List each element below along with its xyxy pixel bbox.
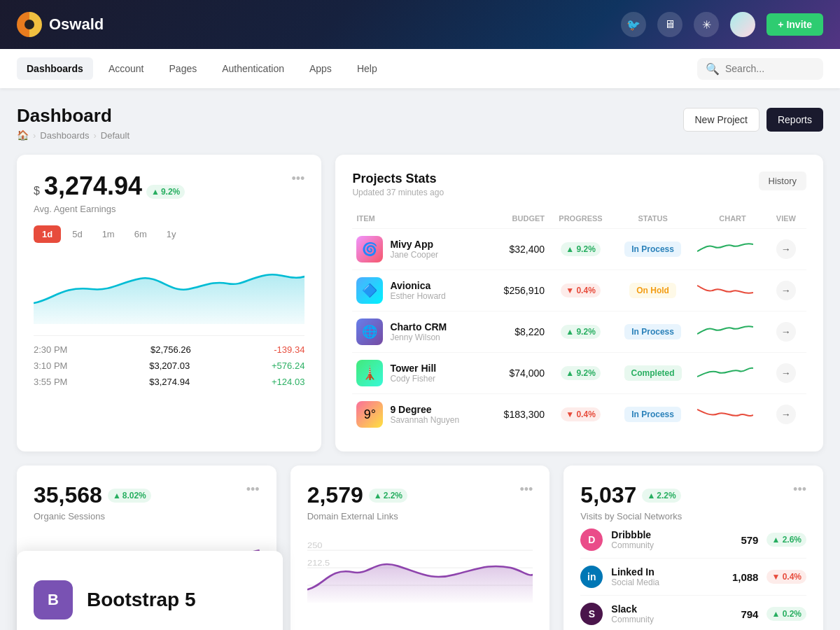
proj-progress: ▼ 0.4% bbox=[549, 270, 612, 312]
breadcrumb-home-icon: 🏠 bbox=[17, 130, 29, 141]
page-title-block: Dashboard 🏠 › Dashboards › Default bbox=[17, 105, 130, 141]
proj-budget: $256,910 bbox=[489, 270, 549, 312]
organic-header: 35,568 ▲ 8.02% Organic Sessions ••• bbox=[34, 482, 260, 522]
filter-1y[interactable]: 1y bbox=[158, 225, 185, 243]
filter-1d[interactable]: 1d bbox=[34, 225, 61, 243]
new-project-button[interactable]: New Project bbox=[683, 108, 760, 132]
proj-budget: $32,400 bbox=[489, 229, 549, 270]
projects-table: ITEM BUDGET PROGRESS STATUS CHART VIEW 🌀 bbox=[352, 209, 806, 435]
earnings-rows: 2:30 PM $2,756.26 -139.34 3:10 PM $3,207… bbox=[34, 335, 304, 387]
linkedin-info: Linked In Social Media bbox=[611, 566, 659, 587]
logo-icon bbox=[17, 12, 42, 37]
proj-item: 🔷 Avionica Esther Howard bbox=[352, 270, 488, 312]
reports-button[interactable]: Reports bbox=[766, 108, 823, 132]
col-status: STATUS bbox=[612, 209, 693, 229]
domain-header: 2,579 ▲ 2.2% Domain External Links ••• bbox=[307, 482, 533, 522]
proj-view[interactable]: → bbox=[772, 270, 806, 312]
page-title: Dashboard bbox=[17, 105, 130, 127]
topbar-icon-2[interactable]: 🖥 bbox=[657, 12, 682, 37]
proj-view[interactable]: → bbox=[772, 229, 806, 270]
organic-label: Organic Sessions bbox=[34, 511, 151, 522]
proj-icon: 🌀 bbox=[356, 236, 383, 262]
projects-updated: Updated 37 minutes ago bbox=[352, 188, 444, 197]
proj-view[interactable]: → bbox=[772, 312, 806, 353]
domain-card: 2,579 ▲ 2.2% Domain External Links ••• bbox=[290, 465, 550, 630]
social-more-button[interactable]: ••• bbox=[793, 482, 806, 497]
breadcrumb-dashboards[interactable]: Dashboards bbox=[40, 130, 89, 141]
organic-value-block: 35,568 ▲ 8.02% Organic Sessions bbox=[34, 482, 151, 522]
topbar-icon-3[interactable]: ✳ bbox=[694, 12, 719, 37]
proj-icon: 🔷 bbox=[356, 277, 383, 304]
proj-progress: ▲ 9.2% bbox=[549, 229, 612, 270]
projects-title-block: Projects Stats Updated 37 minutes ago bbox=[352, 172, 444, 197]
col-progress: PROGRESS bbox=[549, 209, 612, 229]
slack-info: Slack Community bbox=[611, 603, 654, 624]
earnings-row: 3:10 PM $3,207.03 +576.24 bbox=[34, 360, 304, 371]
earnings-badge: ▲ 9.2% bbox=[146, 185, 185, 199]
page-header: Dashboard 🏠 › Dashboards › Default New P… bbox=[17, 105, 823, 141]
proj-item: 🌐 Charto CRM Jenny Wilson bbox=[352, 312, 488, 353]
search-icon: 🔍 bbox=[706, 62, 720, 76]
proj-budget: $8,220 bbox=[489, 312, 549, 353]
proj-status: Completed bbox=[612, 353, 693, 394]
table-row: 🗼 Tower Hill Cody Fisher $74,000 ▲ 9.2% … bbox=[352, 353, 806, 394]
earnings-amount-block: $ 3,274.94 ▲ 9.2% Avg. Agent Earnings bbox=[34, 172, 185, 214]
linkedin-icon: in bbox=[580, 566, 603, 588]
topbar-icon-1[interactable]: 🐦 bbox=[621, 12, 646, 37]
earnings-header: $ 3,274.94 ▲ 9.2% Avg. Agent Earnings ••… bbox=[34, 172, 304, 214]
proj-view[interactable]: → bbox=[772, 394, 806, 435]
projects-header: Projects Stats Updated 37 minutes ago Hi… bbox=[352, 172, 806, 197]
slack-icon: S bbox=[580, 603, 603, 625]
invite-button[interactable]: + Invite bbox=[766, 13, 823, 36]
domain-label: Domain External Links bbox=[307, 511, 407, 522]
proj-item: 🌀 Mivy App Jane Cooper bbox=[352, 229, 488, 270]
proj-status: In Process bbox=[612, 394, 693, 435]
proj-icon: 9° bbox=[356, 401, 383, 428]
col-view: VIEW bbox=[772, 209, 806, 229]
currency-symbol: $ bbox=[34, 185, 40, 197]
filter-6m[interactable]: 6m bbox=[126, 225, 155, 243]
social-item-slack: S Slack Community 794 ▲ 0.2% bbox=[580, 596, 806, 630]
user-avatar[interactable] bbox=[730, 12, 755, 37]
page-content: Dashboard 🏠 › Dashboards › Default New P… bbox=[0, 88, 840, 630]
filter-5d[interactable]: 5d bbox=[64, 225, 90, 243]
nav-dashboards[interactable]: Dashboards bbox=[17, 57, 93, 80]
nav-account[interactable]: Account bbox=[99, 57, 154, 80]
breadcrumb-default: Default bbox=[101, 130, 130, 141]
logo-text: Oswald bbox=[49, 15, 104, 34]
table-row: 🌀 Mivy App Jane Cooper $32,400 ▲ 9.2% In… bbox=[352, 229, 806, 270]
proj-chart bbox=[693, 394, 772, 435]
social-item-dribbble: D Dribbble Community 579 ▲ 2.6% bbox=[580, 522, 806, 559]
organic-value: 35,568 bbox=[34, 482, 102, 508]
proj-status: In Process bbox=[612, 229, 693, 270]
earnings-label: Avg. Agent Earnings bbox=[34, 204, 185, 214]
domain-chart: 250 212.5 bbox=[307, 533, 533, 603]
proj-budget: $74,000 bbox=[489, 353, 549, 394]
projects-title: Projects Stats bbox=[352, 172, 444, 186]
table-row: 9° 9 Degree Savannah Nguyen $183,300 ▼ 0… bbox=[352, 394, 806, 435]
logo[interactable]: Oswald bbox=[17, 12, 104, 37]
proj-item: 🗼 Tower Hill Cody Fisher bbox=[352, 353, 488, 394]
organic-more-button[interactable]: ••• bbox=[246, 482, 260, 497]
domain-more-button[interactable]: ••• bbox=[519, 482, 533, 497]
nav-pages[interactable]: Pages bbox=[160, 57, 207, 80]
history-button[interactable]: History bbox=[759, 172, 806, 190]
nav-authentication[interactable]: Authentication bbox=[212, 57, 294, 80]
proj-icon: 🌐 bbox=[356, 318, 383, 345]
proj-chart bbox=[693, 270, 772, 312]
proj-item: 9° 9 Degree Savannah Nguyen bbox=[352, 394, 488, 435]
proj-view[interactable]: → bbox=[772, 353, 806, 394]
proj-progress: ▲ 9.2% bbox=[549, 353, 612, 394]
domain-badge: ▲ 2.2% bbox=[369, 489, 407, 503]
domain-value-block: 2,579 ▲ 2.2% Domain External Links bbox=[307, 482, 407, 522]
nav-help[interactable]: Help bbox=[347, 57, 387, 80]
row-2-wrapper: 35,568 ▲ 8.02% Organic Sessions ••• bbox=[17, 465, 823, 630]
search-input[interactable] bbox=[725, 63, 815, 74]
filter-1m[interactable]: 1m bbox=[94, 225, 123, 243]
social-value-block: 5,037 ▲ 2.2% Visits by Social Networks bbox=[580, 482, 682, 522]
earnings-value: 3,274.94 bbox=[44, 172, 142, 201]
nav-apps[interactable]: Apps bbox=[300, 57, 342, 80]
earnings-more-button[interactable]: ••• bbox=[291, 172, 304, 186]
organic-badge: ▲ 8.02% bbox=[108, 489, 151, 503]
projects-card: Projects Stats Updated 37 minutes ago Hi… bbox=[335, 155, 823, 451]
